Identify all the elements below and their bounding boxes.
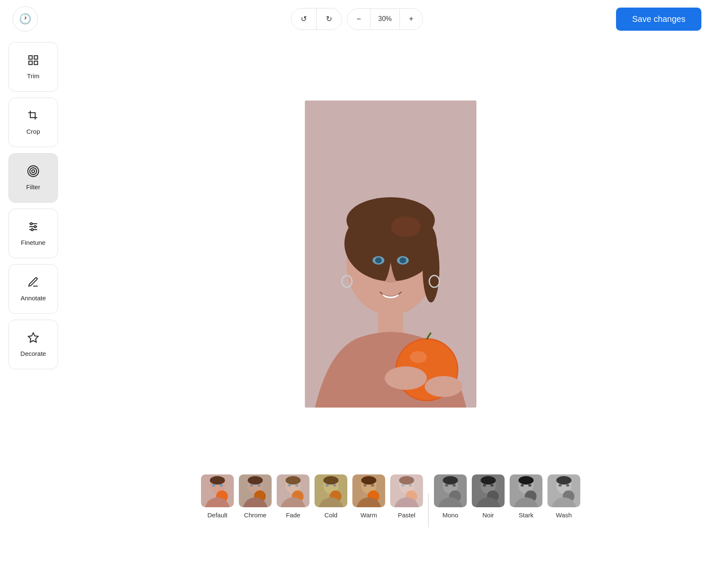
- svg-point-11: [34, 226, 36, 228]
- redo-button[interactable]: ↻: [316, 8, 341, 29]
- svg-point-72: [445, 484, 448, 487]
- annotate-label: Annotate: [21, 294, 46, 302]
- filter-thumb-mono: [434, 474, 467, 507]
- svg-rect-1: [34, 56, 37, 59]
- svg-point-31: [425, 376, 463, 397]
- svg-marker-13: [28, 333, 38, 342]
- svg-point-47: [286, 476, 301, 485]
- svg-point-89: [556, 476, 571, 485]
- svg-point-78: [483, 484, 486, 487]
- sidebar-item-annotate[interactable]: Annotate: [8, 264, 58, 314]
- save-button[interactable]: Save changes: [616, 8, 701, 31]
- filter-item-fade[interactable]: Fade: [274, 474, 312, 519]
- trim-icon: [27, 54, 39, 69]
- filter-pastel-label: Pastel: [398, 511, 415, 519]
- svg-point-49: [295, 484, 299, 487]
- finetune-label: Finetune: [21, 239, 45, 246]
- filter-item-chrome[interactable]: Chrome: [236, 474, 274, 519]
- undo-button[interactable]: ↺: [291, 8, 316, 29]
- svg-point-55: [333, 484, 336, 487]
- trim-label: Trim: [27, 72, 39, 79]
- filter-noir-label: Noir: [482, 511, 494, 519]
- filter-strip: Default Chrome: [67, 470, 714, 563]
- svg-point-23: [375, 257, 382, 263]
- svg-point-29: [410, 351, 427, 363]
- svg-point-5: [30, 168, 37, 175]
- filter-item-pastel[interactable]: Pastel: [388, 474, 426, 519]
- filter-thumb-stark: [510, 474, 542, 507]
- sidebar-item-trim[interactable]: Trim: [8, 42, 58, 92]
- svg-point-83: [518, 476, 534, 485]
- sidebar: Trim Crop Filter: [8, 42, 58, 369]
- filter-thumb-pastel: [390, 474, 423, 507]
- filter-item-cold[interactable]: Cold: [312, 474, 350, 519]
- svg-point-65: [399, 476, 414, 485]
- svg-point-90: [558, 484, 562, 487]
- svg-rect-2: [29, 61, 32, 64]
- decorate-icon: [27, 332, 39, 347]
- sidebar-item-filter[interactable]: Filter: [8, 153, 58, 203]
- filter-thumb-default: [201, 474, 234, 507]
- sidebar-item-crop[interactable]: Crop: [8, 98, 58, 147]
- filter-thumb-wash: [547, 474, 580, 507]
- filter-mono-label: Mono: [442, 511, 458, 519]
- redo-icon: ↻: [326, 14, 332, 24]
- svg-point-77: [481, 476, 496, 485]
- filter-item-stark[interactable]: Stark: [507, 474, 545, 519]
- history-icon: 🕐: [19, 13, 32, 25]
- filter-fade-label: Fade: [286, 511, 300, 519]
- filter-item-warm[interactable]: Warm: [350, 474, 388, 519]
- svg-point-79: [490, 484, 494, 487]
- canvas-area: [67, 38, 714, 470]
- filter-item-wash[interactable]: Wash: [545, 474, 583, 519]
- filter-item-noir[interactable]: Noir: [469, 474, 507, 519]
- svg-point-67: [409, 484, 412, 487]
- svg-point-61: [371, 484, 374, 487]
- filter-divider: [428, 494, 429, 527]
- svg-point-84: [521, 484, 524, 487]
- filter-cold-label: Cold: [325, 511, 338, 519]
- svg-point-36: [212, 484, 215, 487]
- filter-warm-label: Warm: [360, 511, 377, 519]
- filter-thumb-chrome: [239, 474, 272, 507]
- toolbar: 🕐 ↺ ↻ − 30% + Save changes: [0, 0, 714, 38]
- undo-redo-group: ↺ ↻: [291, 8, 342, 30]
- filter-item-mono[interactable]: Mono: [431, 474, 469, 519]
- zoom-in-button[interactable]: +: [400, 9, 423, 29]
- sidebar-item-decorate[interactable]: Decorate: [8, 320, 58, 369]
- zoom-value: 30%: [370, 9, 399, 29]
- filter-icon: [27, 165, 39, 180]
- filter-thumb-noir: [472, 474, 505, 507]
- filter-item-default[interactable]: Default: [198, 474, 236, 519]
- svg-point-66: [401, 484, 405, 487]
- svg-rect-0: [29, 56, 32, 59]
- sidebar-item-finetune[interactable]: Finetune: [8, 209, 58, 258]
- zoom-group: − 30% +: [347, 8, 423, 30]
- svg-point-35: [210, 476, 225, 485]
- svg-point-24: [399, 257, 406, 263]
- history-button[interactable]: 🕐: [13, 6, 38, 32]
- filter-default-label: Default: [207, 511, 227, 519]
- svg-point-91: [566, 484, 569, 487]
- filter-stark-label: Stark: [518, 511, 533, 519]
- svg-point-20: [423, 235, 439, 302]
- svg-point-12: [31, 229, 33, 231]
- svg-point-71: [443, 476, 458, 485]
- filter-chrome-label: Chrome: [244, 511, 266, 519]
- svg-point-41: [248, 476, 263, 485]
- crop-label: Crop: [26, 128, 40, 135]
- svg-point-53: [323, 476, 338, 485]
- svg-point-42: [250, 484, 253, 487]
- svg-point-30: [385, 366, 427, 390]
- zoom-out-button[interactable]: −: [347, 9, 370, 29]
- main-image: [305, 101, 476, 408]
- filter-label: Filter: [26, 183, 40, 191]
- svg-point-4: [32, 170, 35, 173]
- svg-point-60: [363, 484, 367, 487]
- svg-point-48: [288, 484, 291, 487]
- plus-icon: +: [409, 15, 414, 24]
- svg-rect-3: [34, 61, 37, 64]
- svg-point-10: [30, 223, 32, 225]
- filter-wash-label: Wash: [556, 511, 572, 519]
- decorate-label: Decorate: [21, 350, 46, 357]
